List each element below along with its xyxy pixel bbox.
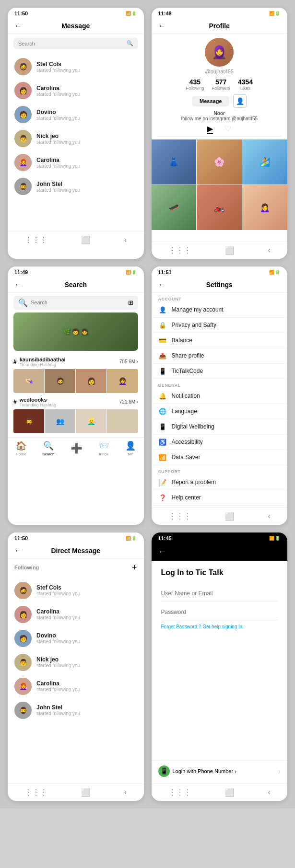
list-item[interactable]: 🧔 Stef Cols started following you [8,579,144,602]
hashtag-item[interactable]: # kaunsibadibaathai Treanding Hashtag 70… [13,355,138,369]
tab-likes[interactable]: ♡ [224,124,231,134]
back-icon-login[interactable]: ← [158,547,167,556]
nav-home-icon[interactable]: ⬜ [225,246,235,255]
balance-label: Balance [172,337,192,344]
hashtag-sub: Treanding Hashtag [20,403,56,407]
status-bar-dm: 11:50 📶🔋 [8,532,144,543]
settings-tictalkcode[interactable]: 📱 TicTalkCode [152,364,288,379]
nav-back-icon[interactable]: ‹ [268,246,271,255]
photo-cell[interactable]: 🌸 [197,139,242,185]
time-settings: 11:51 [158,269,172,275]
followers-label: Followers [212,86,230,91]
settings-language[interactable]: 🌐 Language [152,404,288,419]
settings-digital-wellbeing[interactable]: 📱 Digital Wellbeing [152,419,288,435]
nav-home-icon[interactable]: ⬜ [81,235,91,244]
phone-login-button[interactable]: 📱 Login with Phone Number › [158,765,236,777]
nav-back-icon[interactable]: ‹ [268,788,271,797]
photo-cell[interactable]: 🙍‍♀️ [242,185,287,230]
inbox-icon: 📨 [98,440,109,451]
settings-balance[interactable]: 💳 Balance [152,333,288,348]
add-user-button[interactable]: 👤 [233,94,247,108]
nav-home-icon[interactable]: ⬜ [225,788,235,797]
settings-report[interactable]: 📝 Report a problem [152,475,288,490]
password-input[interactable] [161,609,278,615]
tab-videos[interactable]: ▶ [207,124,213,134]
list-item[interactable]: 👩‍🦰 Carolina started following you [8,674,144,698]
nav-bars-icon[interactable]: ⋮⋮⋮ [168,512,191,521]
settings-data-saver[interactable]: 📶 Data Saver [152,450,288,465]
photo-cell[interactable]: 🏄 [242,139,287,185]
settings-share-profile[interactable]: 📤 Share profile [152,348,288,364]
scan-icon[interactable]: ⊞ [128,299,133,306]
back-icon-settings[interactable]: ← [158,280,166,289]
profile-nav: ← Profile [152,18,288,34]
avatar: 🧔‍♂️ [14,702,32,719]
list-item[interactable]: 🧑 Dovino started following you [8,626,144,650]
add-dm-button[interactable]: + [132,563,137,573]
search-input[interactable] [31,300,125,305]
list-item[interactable]: 🧔‍♂️ John Stel started following you [8,174,144,198]
back-icon-message[interactable]: ← [14,22,22,30]
accessibility-label: Accessibility [172,439,203,445]
search-bar[interactable]: 🔍 ⊞ [13,296,138,310]
nav-back-icon[interactable]: ‹ [124,236,127,244]
list-item[interactable]: 👩 Carolina started following you [8,79,144,103]
settings-manage-account[interactable]: 👤 Manage my account [152,302,288,318]
following-label: Following [186,86,204,91]
help-signing-link[interactable]: Get help signing in. [202,624,244,629]
nav-home-icon[interactable]: ⬜ [225,512,235,521]
list-item[interactable]: 👨 Nick jeo started following you [8,127,144,150]
nav-add-item[interactable]: ➕ [71,442,83,454]
back-icon-search[interactable]: ← [14,280,22,289]
profile-bio: Noor follow me on instagram @nujhat455 [181,111,258,121]
nav-bars-icon[interactable]: ⋮⋮⋮ [24,788,47,797]
photo-cell[interactable]: 🏍️ [197,185,242,230]
nav-bars-icon[interactable]: ⋮⋮⋮ [24,235,47,244]
nav-bars-icon[interactable]: ⋮⋮⋮ [168,246,191,255]
nav-inbox-item[interactable]: 📨 Inbox [98,440,109,456]
user-sub: started following you [36,116,80,121]
photo-cell[interactable]: 👗 [152,139,197,185]
back-icon-dm[interactable]: ← [14,546,22,555]
nav-bars-icon[interactable]: ⋮⋮⋮ [168,788,191,797]
nav-me-item[interactable]: 👤 Me [125,440,136,456]
settings-help[interactable]: ❓ Help center [152,490,288,506]
search-icon: 🔍 [18,298,28,307]
nav-back-icon[interactable]: ‹ [124,788,127,797]
list-item[interactable]: 👩 Carolina started following you [8,602,144,626]
message-search-input[interactable] [18,41,127,46]
hashtag-left: # wedloooks Treanding Hashtag [13,397,56,407]
user-name: John Stel [36,704,80,711]
list-item[interactable]: 🧔 Stef Cols started following you [8,55,144,79]
list-item[interactable]: 🧑 Dovino started following you [8,103,144,127]
nav-search-item[interactable]: 🔍 Search [42,440,54,456]
thumb-cell: 👒 [13,369,44,393]
username-input[interactable] [161,590,278,597]
list-item[interactable]: 👨 Nick jeo started following you [8,650,144,674]
photo-cell[interactable]: 🛹 [152,185,197,230]
direct-message-screen: 11:50 📶🔋 ← Direct Message Following + 🧔 … [8,532,144,801]
avatar: 🧔‍♂️ [14,178,32,195]
settings-accessibility[interactable]: ♿ Accessibility [152,435,288,450]
list-item[interactable]: 👩‍🦰 Carolina started following you [8,150,144,174]
tictalkcode-label: TicTalkCode [172,368,203,374]
hashtag-item[interactable]: # wedloooks Treanding Hashtag 721.6M › [13,395,138,409]
message-button[interactable]: Message [192,96,229,106]
password-field[interactable] [161,603,278,620]
me-icon: 👤 [125,440,136,451]
list-item[interactable]: 🧔‍♂️ John Stel started following you [8,698,144,722]
message-user-list: 🧔 Stef Cols started following you 👩 Caro… [8,53,144,200]
hash-icon: # [13,399,17,405]
search-nav: ← Search [8,277,144,293]
back-icon-profile[interactable]: ← [158,22,166,30]
phone-btn-label: Login with Phone Number › [173,768,236,774]
bottom-nav-login: ⋮⋮⋮ ⬜ ‹ [152,784,288,801]
nav-home-icon[interactable]: ⬜ [81,788,91,797]
username-field[interactable] [161,585,278,602]
profile-handle: @nujhat455 [205,69,234,74]
settings-privacy[interactable]: 🔒 Privacy and Safty [152,318,288,333]
message-search-bar[interactable]: 🔍 [13,38,138,49]
nav-home-item[interactable]: 🏠 Home [16,440,26,456]
nav-back-icon[interactable]: ‹ [268,512,271,521]
settings-notification[interactable]: 🔔 Notification [152,389,288,404]
